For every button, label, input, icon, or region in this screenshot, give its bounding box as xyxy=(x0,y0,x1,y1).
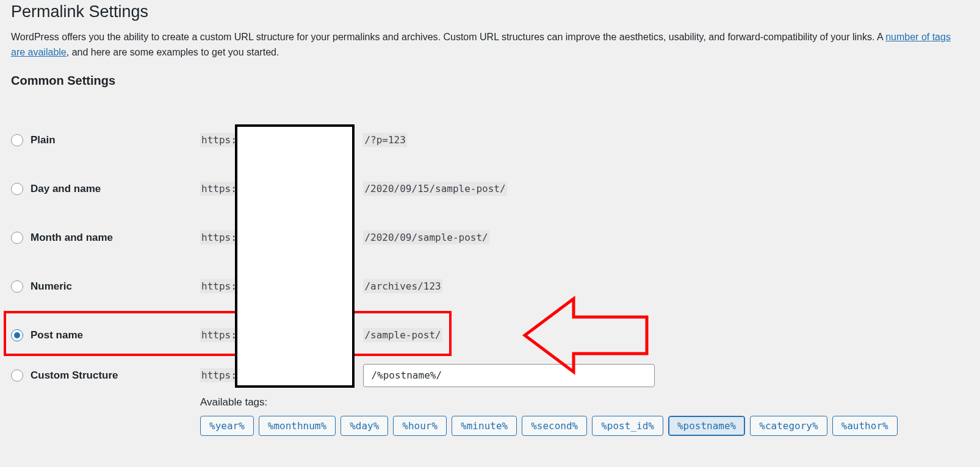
url-suffix: /?p=123 xyxy=(363,133,406,147)
tag-minute[interactable]: %minute% xyxy=(452,416,517,436)
url-suffix: /sample-post/ xyxy=(363,328,442,342)
radio-custom[interactable] xyxy=(11,369,23,382)
tag-day[interactable]: %day% xyxy=(340,416,388,436)
radio-day-and-name[interactable] xyxy=(11,183,23,195)
option-plain-label-wrap[interactable]: Plain xyxy=(11,134,200,146)
radio-month-and-name[interactable] xyxy=(11,232,23,244)
url-suffix: /2020/09/15/sample-post/ xyxy=(363,182,506,196)
option-day-and-name: Day and name https://2020/09/15/sample-p… xyxy=(11,165,969,213)
option-custom-label-wrap[interactable]: Custom Structure xyxy=(11,369,200,382)
tag-monthnum[interactable]: %monthnum% xyxy=(259,416,336,436)
tag-second[interactable]: %second% xyxy=(522,416,587,436)
option-month-and-name: Month and name https://2020/09/sample-po… xyxy=(11,213,969,262)
permalink-options: Plain https://?p=123 Day and name https:… xyxy=(11,116,969,436)
tag-author[interactable]: %author% xyxy=(832,416,898,436)
option-postname-label-wrap[interactable]: Post name xyxy=(11,329,200,341)
radio-numeric[interactable] xyxy=(11,280,23,293)
url-suffix: /archives/123 xyxy=(363,279,442,293)
custom-structure-input[interactable] xyxy=(363,364,655,387)
option-post-name: Post name https://sample-post/ xyxy=(11,311,969,360)
intro-post: , and here are some examples to get you … xyxy=(67,47,279,57)
option-plain: Plain https://?p=123 xyxy=(11,116,969,165)
annotation-redaction-box xyxy=(235,124,355,388)
tag-category[interactable]: %category% xyxy=(750,416,827,436)
option-day-label: Day and name xyxy=(31,183,101,195)
intro-text: WordPress offers you the ability to crea… xyxy=(11,30,963,60)
section-title: Common Settings xyxy=(11,74,969,88)
option-numeric-label: Numeric xyxy=(31,280,72,293)
tags-row: %year% %monthnum% %day% %hour% %minute% … xyxy=(200,416,969,436)
option-custom-label: Custom Structure xyxy=(31,369,118,382)
tag-hour[interactable]: %hour% xyxy=(393,416,447,436)
option-day-label-wrap[interactable]: Day and name xyxy=(11,183,200,195)
tag-year[interactable]: %year% xyxy=(200,416,254,436)
tag-post-id[interactable]: %post_id% xyxy=(592,416,663,436)
tag-postname[interactable]: %postname% xyxy=(668,416,745,436)
option-month-label-wrap[interactable]: Month and name xyxy=(11,232,200,244)
option-month-label: Month and name xyxy=(31,232,113,244)
option-custom: Custom Structure https:/ xyxy=(11,360,969,391)
option-plain-label: Plain xyxy=(31,134,56,146)
page-title: Permalink Settings xyxy=(11,2,969,21)
option-postname-label: Post name xyxy=(31,329,83,341)
available-tags-label: Available tags: xyxy=(200,396,969,408)
intro-pre: WordPress offers you the ability to crea… xyxy=(11,32,885,42)
radio-post-name[interactable] xyxy=(11,329,23,341)
option-numeric-label-wrap[interactable]: Numeric xyxy=(11,280,200,293)
option-numeric: Numeric https://archives/123 xyxy=(11,262,969,311)
available-tags-area: Available tags: %year% %monthnum% %day% … xyxy=(200,396,969,436)
url-suffix: /2020/09/sample-post/ xyxy=(363,230,489,244)
radio-plain[interactable] xyxy=(11,134,23,146)
